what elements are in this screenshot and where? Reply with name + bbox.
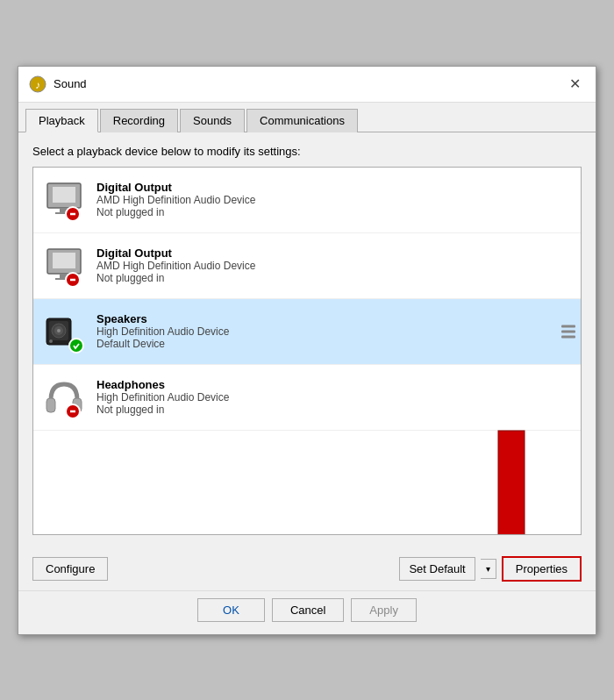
svg-rect-18 bbox=[46, 398, 55, 412]
device-info: Speakers High Definition Audio Device De… bbox=[96, 312, 574, 350]
tab-recording[interactable]: Recording bbox=[100, 109, 178, 132]
device-sub: High Definition Audio Device bbox=[96, 325, 574, 338]
sound-icon: ♪ bbox=[29, 75, 46, 93]
status-badge-green bbox=[68, 338, 84, 354]
device-sub2: Not plugged in bbox=[96, 206, 574, 218]
device-sub: High Definition Audio Device bbox=[96, 391, 574, 404]
tab-playback[interactable]: Playback bbox=[25, 109, 98, 132]
title-bar: ♪ Sound ✕ bbox=[18, 67, 596, 103]
scrollbar-indicator bbox=[561, 325, 575, 338]
apply-button[interactable]: Apply bbox=[351, 598, 417, 622]
device-item[interactable]: Digital Output AMD High Definition Audio… bbox=[33, 233, 581, 299]
device-name: Speakers bbox=[96, 312, 574, 325]
device-list[interactable]: Digital Output AMD High Definition Audio… bbox=[32, 167, 582, 535]
content-area: Select a playback device below to modify… bbox=[18, 132, 596, 547]
svg-point-16 bbox=[57, 329, 61, 332]
tab-bar: Playback Recording Sounds Communications bbox=[18, 103, 596, 132]
close-button[interactable]: ✕ bbox=[564, 74, 585, 95]
ok-button[interactable]: OK bbox=[197, 598, 265, 622]
tab-sounds[interactable]: Sounds bbox=[180, 109, 245, 132]
properties-button[interactable]: Properties bbox=[502, 556, 582, 582]
device-sub2: Not plugged in bbox=[96, 272, 574, 284]
svg-text:♪: ♪ bbox=[35, 79, 40, 91]
device-sub: AMD High Definition Audio Device bbox=[96, 194, 574, 206]
device-name: Digital Output bbox=[96, 246, 574, 260]
status-badge-red bbox=[65, 272, 81, 288]
status-badge-red bbox=[65, 206, 81, 222]
device-icon-headphones bbox=[40, 374, 88, 421]
svg-rect-21 bbox=[498, 431, 525, 535]
svg-point-17 bbox=[49, 339, 53, 343]
configure-button[interactable]: Configure bbox=[32, 557, 108, 581]
window-title: Sound bbox=[54, 77, 87, 90]
device-button-row: Configure Set Default ▾ Properties bbox=[18, 547, 596, 590]
cancel-button[interactable]: Cancel bbox=[272, 598, 344, 622]
svg-rect-8 bbox=[53, 253, 75, 268]
title-bar-left: ♪ Sound bbox=[29, 75, 87, 93]
device-info: Digital Output AMD High Definition Audio… bbox=[96, 246, 574, 284]
device-sub2: Not plugged in bbox=[96, 404, 574, 416]
device-item[interactable]: Digital Output AMD High Definition Audio… bbox=[33, 168, 581, 233]
device-info: Digital Output AMD High Definition Audio… bbox=[96, 181, 574, 218]
device-info: Headphones High Definition Audio Device … bbox=[96, 378, 574, 416]
device-icon-speaker bbox=[40, 308, 88, 355]
device-sub2: Default Device bbox=[96, 338, 574, 350]
set-default-button[interactable]: Set Default bbox=[399, 557, 475, 581]
instruction-text: Select a playback device below to modify… bbox=[32, 145, 582, 158]
status-badge-red bbox=[65, 404, 81, 419]
device-sub: AMD High Definition Audio Device bbox=[96, 260, 574, 272]
device-icon-monitor1 bbox=[40, 176, 88, 224]
sound-dialog: ♪ Sound ✕ Playback Recording Sounds Comm… bbox=[18, 66, 596, 635]
annotation-arrow bbox=[454, 422, 568, 535]
device-item-speakers[interactable]: Speakers High Definition Audio Device De… bbox=[33, 299, 581, 365]
tab-communications[interactable]: Communications bbox=[246, 109, 358, 132]
device-name: Digital Output bbox=[96, 181, 574, 194]
device-name: Headphones bbox=[96, 378, 574, 391]
dialog-bottom-row: OK Cancel Apply bbox=[18, 590, 596, 634]
device-item-headphones[interactable]: Headphones High Definition Audio Device … bbox=[33, 365, 581, 431]
set-default-dropdown[interactable]: ▾ bbox=[481, 559, 496, 579]
device-icon-monitor2 bbox=[40, 242, 88, 289]
svg-rect-3 bbox=[53, 187, 75, 203]
